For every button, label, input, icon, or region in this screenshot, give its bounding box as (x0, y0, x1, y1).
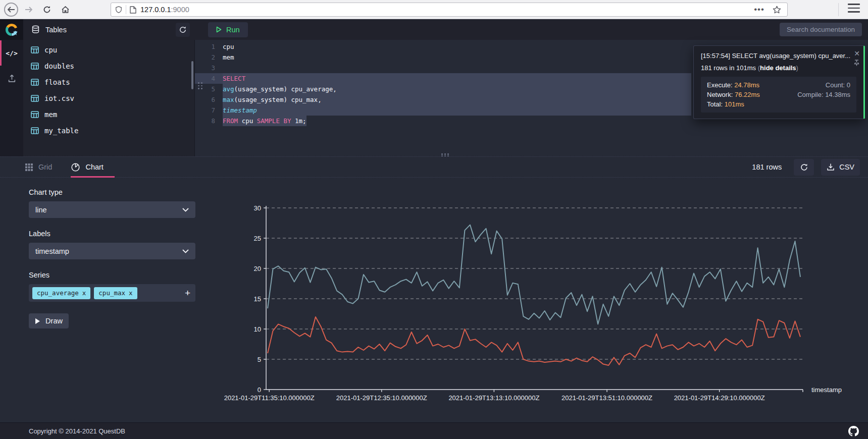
chip-remove-icon[interactable]: x (82, 289, 86, 297)
results-tabs: Grid Chart 181 rows CSV (0, 157, 868, 178)
address-bar[interactable]: 127.0.0.1:9000 ••• (111, 3, 788, 17)
chip-label: cpu_max (98, 289, 125, 297)
grid-icon (25, 163, 33, 171)
page-actions-icon[interactable]: ••• (754, 5, 764, 15)
compile-time: 14.38ms (825, 91, 850, 98)
line-content: SELECT (223, 73, 691, 84)
table-item-my_table[interactable]: my_table (23, 123, 194, 139)
import-upload-icon[interactable] (0, 71, 23, 85)
add-series-button[interactable]: + (185, 288, 190, 299)
table-item-mem[interactable]: mem (23, 106, 194, 123)
table-item-doubles[interactable]: doubles (23, 58, 194, 74)
table-name: iot.csv (44, 94, 74, 102)
labels-select[interactable]: timestamp (29, 243, 195, 259)
url-port: :9000 (171, 6, 189, 14)
line-chart: 0510152025302021-01-29T11:35:10.000000Z2… (242, 202, 868, 409)
forward-arrow-icon (25, 6, 33, 13)
table-item-iot.csv[interactable]: iot.csv (23, 90, 194, 106)
browser-back-button[interactable] (4, 3, 18, 17)
toolbar-divider (838, 3, 839, 16)
line-number: 8 (195, 116, 223, 126)
execute-time: 24.78ms (734, 81, 759, 89)
browser-reload-button[interactable] (39, 2, 55, 17)
hide-details-link[interactable]: hide details (760, 64, 796, 72)
results-section: Grid Chart 181 rows CSV Chart type line (0, 156, 868, 422)
app-topbar: Tables Run (0, 19, 868, 40)
table-name: floats (44, 78, 70, 86)
footer: Copyright © 2014-2021 QuestDB (0, 422, 868, 439)
svg-text:15: 15 (254, 295, 261, 303)
total-time: 101ms (725, 100, 744, 108)
series-chip-cpu_max[interactable]: cpu_maxx (94, 287, 137, 299)
line-content: max(usage_system) cpu_max, (223, 94, 691, 105)
table-item-floats[interactable]: floats (23, 74, 194, 90)
table-icon (31, 127, 39, 134)
tab-chart[interactable]: Chart (71, 163, 103, 172)
horizontal-splitter-grip[interactable] (441, 153, 450, 156)
notification-title: [15:57:54] SELECT avg(usage_system) cpu_… (701, 52, 850, 60)
github-icon[interactable] (848, 426, 859, 436)
table-item-cpu[interactable]: cpu (23, 42, 194, 58)
notification-summary: 181 rows in 101ms (hide details) (701, 64, 850, 72)
draw-play-icon (35, 318, 40, 324)
line-content: avg(usage_system) cpu_average, (223, 84, 691, 94)
rows-count: 181 rows (752, 163, 782, 171)
series-chip-cpu_average[interactable]: cpu_averagex (32, 287, 90, 299)
tables-list: cpudoublesfloatsiot.csvmemmy_table (23, 42, 194, 139)
csv-label: CSV (839, 163, 854, 171)
table-name: mem (44, 111, 57, 119)
svg-text:25: 25 (254, 235, 261, 242)
back-arrow-icon (7, 6, 15, 13)
draw-button[interactable]: Draw (29, 313, 69, 328)
line-number: 1 (195, 41, 223, 52)
questdb-logo[interactable] (0, 19, 23, 40)
table-name: cpu (44, 46, 57, 54)
chip-remove-icon[interactable]: x (129, 289, 133, 297)
table-icon (31, 46, 39, 53)
notification-details: Execute: 24.78ms Network: 76.22ms Total:… (701, 77, 856, 113)
tab-grid[interactable]: Grid (25, 163, 52, 171)
svg-text:10: 10 (254, 325, 261, 333)
download-csv-button[interactable]: CSV (821, 159, 860, 176)
page-icon (130, 6, 136, 14)
pin-notification-icon[interactable] (854, 60, 859, 66)
line-content: timestamp (223, 105, 691, 116)
series-label: Series (29, 271, 195, 279)
chart-canvas: 0510152025302021-01-29T11:35:10.000000Z2… (242, 202, 868, 409)
bookmark-star-icon[interactable] (773, 6, 781, 14)
run-label: Run (226, 26, 240, 34)
panel-splitter-grip[interactable] (198, 82, 202, 89)
tables-scrollbar[interactable] (191, 61, 193, 89)
close-notification-icon[interactable]: ✕ (854, 50, 860, 57)
chart-type-select[interactable]: line (29, 201, 195, 218)
console-code-icon[interactable]: </> (0, 46, 23, 60)
labels-value: timestamp (35, 247, 69, 255)
browser-menu-button[interactable] (848, 4, 860, 13)
browser-home-button[interactable] (58, 2, 73, 17)
database-icon (31, 25, 40, 34)
browser-forward-button[interactable] (21, 2, 36, 17)
home-icon (61, 6, 70, 14)
chip-label: cpu_average (37, 289, 79, 297)
line-content: cpu (223, 41, 234, 52)
browser-chrome: 127.0.0.1:9000 ••• (0, 0, 868, 19)
download-icon (827, 163, 835, 171)
tables-panel-header: Tables (23, 19, 195, 40)
query-notification-popup: [15:57:54] SELECT avg(usage_system) cpu_… (693, 45, 865, 119)
chart-controls: Chart type line Labels timestamp Series … (29, 188, 195, 328)
series-line-cpu_max (268, 225, 800, 324)
refresh-results-button[interactable] (794, 159, 814, 176)
refresh-tables-button[interactable] (176, 23, 190, 37)
run-query-button[interactable]: Run (208, 22, 248, 37)
tables-title: Tables (45, 26, 67, 34)
search-documentation-input[interactable] (780, 23, 862, 36)
run-play-icon (216, 26, 222, 33)
chevron-down-icon (182, 249, 189, 253)
urlbar-divider (126, 5, 126, 14)
table-icon (31, 79, 39, 86)
svg-text:2021-01-29T12:35:10.000000Z: 2021-01-29T12:35:10.000000Z (336, 394, 427, 402)
table-name: doubles (44, 62, 74, 70)
url-text: 127.0.0.1:9000 (140, 6, 754, 14)
tab-chart-label: Chart (85, 163, 103, 171)
pie-chart-icon (71, 163, 80, 172)
